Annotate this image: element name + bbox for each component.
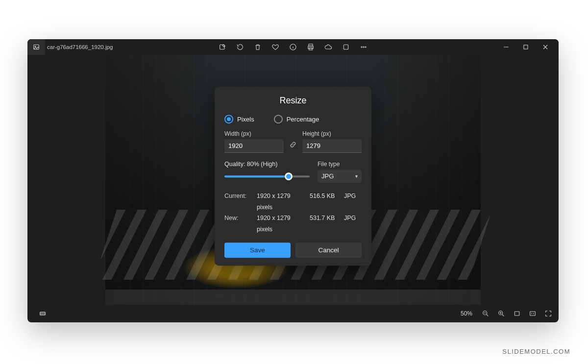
- minimize-button[interactable]: [499, 42, 514, 52]
- zoom-in-icon[interactable]: [496, 308, 507, 319]
- save-button[interactable]: Save: [224, 243, 291, 258]
- delete-icon[interactable]: [253, 42, 263, 52]
- filetype-value: JPG: [321, 172, 334, 180]
- titlebar: car-g76ad71666_1920.jpg: [27, 39, 559, 55]
- filmstrip-icon[interactable]: [37, 308, 48, 319]
- width-field: Width (px): [224, 130, 284, 153]
- top-toolbar: [218, 42, 368, 52]
- svg-rect-11: [524, 45, 528, 49]
- close-button[interactable]: [538, 42, 553, 52]
- filetype-label: File type: [318, 161, 362, 168]
- info-icon[interactable]: [288, 42, 298, 52]
- width-label: Width (px): [224, 130, 284, 137]
- height-input[interactable]: [302, 139, 362, 153]
- radio-percentage-label: Percentage: [287, 116, 319, 123]
- new-format: JPG: [344, 213, 362, 235]
- clipchamp-icon[interactable]: [341, 42, 351, 52]
- zoom-out-icon[interactable]: [480, 308, 491, 319]
- radio-percentage[interactable]: Percentage: [274, 115, 319, 123]
- image-viewport: Resize Pixels Percentage Width (px): [27, 55, 559, 305]
- fullscreen-icon[interactable]: [543, 308, 554, 319]
- quality-slider[interactable]: [224, 172, 310, 180]
- current-size: 516.5 KB: [310, 191, 340, 213]
- onedrive-icon[interactable]: [323, 42, 333, 52]
- chevron-down-icon: ▾: [355, 173, 358, 179]
- new-dims: 1920 x 1279 pixels: [257, 213, 306, 235]
- window-controls: [499, 39, 557, 55]
- slider-thumb[interactable]: [285, 172, 293, 180]
- radio-dot-icon: [224, 115, 233, 123]
- print-icon[interactable]: [306, 42, 316, 52]
- filename-label: car-g76ad71666_1920.jpg: [47, 44, 113, 50]
- bottom-bar: 50%: [27, 305, 559, 322]
- height-field: Height (px): [302, 130, 362, 153]
- radio-pixels[interactable]: Pixels: [224, 115, 254, 123]
- svg-point-8: [361, 47, 362, 48]
- fit-icon[interactable]: [512, 308, 522, 319]
- actual-size-icon[interactable]: [527, 308, 538, 319]
- svg-rect-12: [40, 312, 46, 315]
- radio-dot-icon: [274, 115, 283, 123]
- watermark: SLIDEMODEL.COM: [502, 348, 570, 355]
- radio-pixels-label: Pixels: [237, 116, 254, 123]
- current-dims: 1920 x 1279 pixels: [257, 191, 306, 213]
- app-icon[interactable]: [27, 39, 45, 55]
- current-format: JPG: [344, 191, 362, 213]
- svg-rect-4: [309, 44, 313, 46]
- current-key: Current:: [224, 191, 253, 213]
- new-size: 531.7 KB: [310, 213, 340, 235]
- width-input[interactable]: [224, 139, 284, 153]
- edit-icon[interactable]: [218, 42, 227, 52]
- zoom-value: 50%: [461, 310, 472, 317]
- cancel-button[interactable]: Cancel: [295, 243, 362, 258]
- maximize-button[interactable]: [518, 42, 533, 52]
- link-aspect-icon[interactable]: [288, 139, 298, 150]
- svg-point-10: [365, 47, 366, 48]
- svg-rect-15: [514, 312, 519, 315]
- quality-label: Quality: 80% (High): [224, 161, 310, 168]
- photos-app-window: car-g76ad71666_1920.jpg Resize: [27, 39, 559, 322]
- rotate-icon[interactable]: [235, 42, 245, 52]
- resize-dialog: Resize Pixels Percentage Width (px): [215, 87, 371, 266]
- more-icon[interactable]: [359, 42, 368, 52]
- svg-point-1: [35, 46, 36, 47]
- svg-rect-7: [343, 45, 348, 49]
- size-info: Current: 1920 x 1279 pixels 516.5 KB JPG…: [224, 191, 362, 235]
- favorite-icon[interactable]: [270, 42, 280, 52]
- svg-point-9: [363, 47, 364, 48]
- new-key: New:: [224, 213, 253, 235]
- dialog-title: Resize: [224, 96, 362, 106]
- filetype-select[interactable]: JPG ▾: [318, 170, 362, 183]
- height-label: Height (px): [302, 130, 362, 137]
